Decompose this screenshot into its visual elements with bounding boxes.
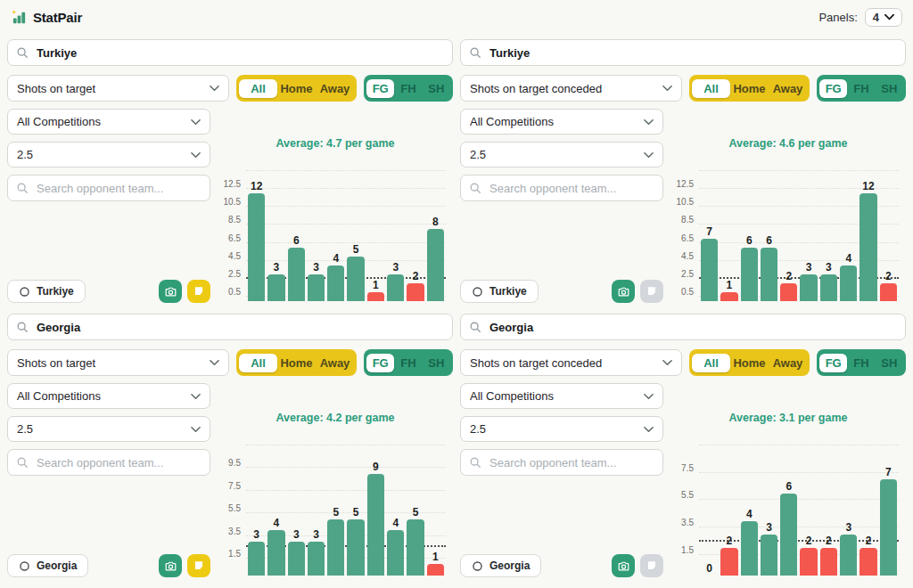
bar-group: 3 bbox=[308, 445, 325, 576]
stat-select[interactable]: Shots on target conceded bbox=[460, 75, 682, 102]
competitions-select[interactable]: All Competitions bbox=[7, 383, 210, 409]
note-button[interactable] bbox=[640, 554, 663, 577]
note-button[interactable] bbox=[640, 280, 663, 303]
panels-count-select[interactable]: 4 bbox=[865, 8, 902, 27]
team-search-input[interactable] bbox=[460, 39, 906, 66]
competitions-select[interactable]: All Competitions bbox=[460, 109, 663, 135]
opponent-search-input[interactable] bbox=[7, 175, 210, 201]
venue-away-button[interactable]: Away bbox=[769, 354, 807, 372]
bar bbox=[741, 248, 758, 301]
team-search-input[interactable] bbox=[7, 314, 453, 340]
note-button[interactable] bbox=[187, 280, 210, 303]
stat-select[interactable]: Shots on target bbox=[7, 75, 229, 102]
bar bbox=[880, 479, 897, 576]
venue-home-button[interactable]: Home bbox=[277, 79, 316, 98]
bar bbox=[800, 548, 817, 576]
bar-chart: Average: 4.7 per game 0.52.54.56.58.510.… bbox=[219, 137, 451, 301]
venue-toggle: All Home Away bbox=[689, 75, 810, 102]
chart-average-label: Average: 4.6 per game bbox=[672, 137, 904, 150]
bar-value-label: 12 bbox=[862, 181, 874, 192]
period-fg-button[interactable]: FG bbox=[366, 354, 394, 372]
bar-group: 0 bbox=[701, 445, 718, 576]
bar-group: 3 bbox=[820, 171, 837, 301]
line-select[interactable]: 2.5 bbox=[460, 416, 663, 442]
y-axis-tick-label: 8.5 bbox=[228, 215, 241, 225]
bar-group: 3 bbox=[761, 445, 777, 576]
period-toggle: FG FH SH bbox=[817, 75, 906, 102]
competitions-select[interactable]: All Competitions bbox=[7, 109, 210, 135]
venue-home-button[interactable]: Home bbox=[730, 79, 769, 98]
venue-away-button[interactable]: Away bbox=[316, 354, 354, 372]
bar-group: 5 bbox=[407, 445, 424, 576]
venue-all-button[interactable]: All bbox=[239, 354, 277, 372]
logo-bars-icon bbox=[11, 9, 28, 26]
bar-group: 5 bbox=[347, 445, 364, 576]
bar-group: 6 bbox=[741, 171, 758, 301]
period-sh-button[interactable]: SH bbox=[423, 354, 450, 372]
period-fh-button[interactable]: FH bbox=[847, 79, 875, 98]
team-badge[interactable]: Georgia bbox=[7, 554, 88, 577]
y-axis-tick-label: 0.5 bbox=[228, 286, 241, 296]
venue-toggle: All Home Away bbox=[236, 349, 357, 376]
stat-select[interactable]: Shots on target bbox=[7, 349, 229, 376]
venue-home-button[interactable]: Home bbox=[277, 354, 316, 372]
note-button[interactable] bbox=[187, 554, 210, 577]
team-badge-label: Turkiye bbox=[37, 285, 74, 298]
period-sh-button[interactable]: SH bbox=[423, 79, 450, 98]
competitions-select-value: All Competitions bbox=[470, 389, 554, 403]
bar-group: 3 bbox=[840, 445, 857, 576]
screenshot-button[interactable] bbox=[612, 554, 635, 577]
team-badge[interactable]: Turkiye bbox=[460, 280, 539, 303]
competitions-select-value: All Competitions bbox=[17, 389, 101, 403]
bar-value-label: 0 bbox=[706, 563, 712, 574]
opponent-search-input[interactable] bbox=[7, 449, 210, 476]
y-axis-tick-label: 10.5 bbox=[677, 197, 694, 207]
search-icon bbox=[469, 182, 481, 194]
team-search-input[interactable] bbox=[460, 314, 906, 340]
venue-all-button[interactable]: All bbox=[692, 79, 730, 98]
bar bbox=[327, 519, 344, 576]
competitions-select-value: All Competitions bbox=[470, 115, 554, 128]
note-icon bbox=[193, 285, 205, 298]
period-fg-button[interactable]: FG bbox=[819, 79, 847, 98]
screenshot-button[interactable] bbox=[159, 554, 182, 577]
opponent-search-input[interactable] bbox=[460, 175, 663, 201]
screenshot-button[interactable] bbox=[159, 280, 182, 303]
search-icon bbox=[469, 456, 481, 469]
search-icon bbox=[16, 456, 29, 469]
period-fh-button[interactable]: FH bbox=[394, 79, 422, 98]
period-fh-button[interactable]: FH bbox=[394, 354, 422, 372]
screenshot-button[interactable] bbox=[612, 280, 635, 303]
search-icon bbox=[16, 182, 29, 194]
bar bbox=[741, 521, 758, 576]
camera-icon bbox=[164, 559, 177, 573]
period-sh-button[interactable]: SH bbox=[876, 79, 903, 98]
venue-away-button[interactable]: Away bbox=[769, 79, 807, 98]
bar-value-label: 3 bbox=[253, 529, 259, 540]
bar-group: 2 bbox=[780, 171, 797, 301]
line-select[interactable]: 2.5 bbox=[460, 142, 663, 167]
bar-value-label: 5 bbox=[353, 244, 359, 255]
note-icon bbox=[646, 285, 658, 298]
team-badge[interactable]: Georgia bbox=[460, 554, 541, 577]
period-fh-button[interactable]: FH bbox=[847, 354, 875, 372]
search-icon bbox=[469, 46, 481, 59]
period-fg-button[interactable]: FG bbox=[819, 354, 847, 372]
team-badge[interactable]: Turkiye bbox=[7, 280, 86, 303]
period-fg-button[interactable]: FG bbox=[366, 79, 394, 98]
chevron-down-icon bbox=[191, 426, 201, 433]
period-sh-button[interactable]: SH bbox=[876, 354, 903, 372]
bar bbox=[347, 257, 364, 301]
line-select[interactable]: 2.5 bbox=[7, 416, 210, 442]
team-search-input[interactable] bbox=[7, 39, 453, 66]
note-icon bbox=[193, 559, 205, 572]
competitions-select[interactable]: All Competitions bbox=[460, 383, 663, 409]
stat-select[interactable]: Shots on target conceded bbox=[460, 349, 682, 376]
venue-away-button[interactable]: Away bbox=[316, 79, 354, 98]
bar bbox=[387, 274, 404, 301]
line-select[interactable]: 2.5 bbox=[7, 142, 210, 167]
venue-home-button[interactable]: Home bbox=[730, 354, 769, 372]
venue-all-button[interactable]: All bbox=[692, 354, 730, 372]
venue-all-button[interactable]: All bbox=[239, 79, 277, 98]
opponent-search-input[interactable] bbox=[460, 449, 663, 476]
